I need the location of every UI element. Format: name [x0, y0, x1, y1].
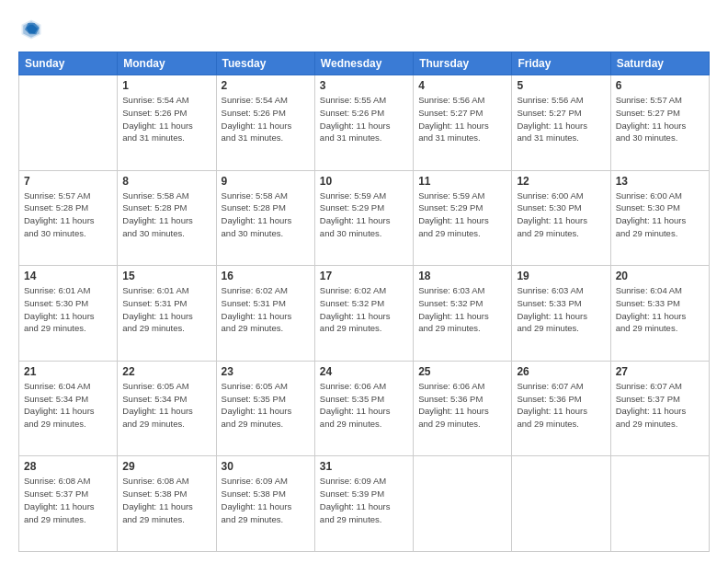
day-number: 20 [616, 270, 704, 282]
calendar-cell: 24Sunrise: 6:06 AM Sunset: 5:35 PM Dayli… [314, 361, 413, 456]
calendar-cell: 17Sunrise: 6:02 AM Sunset: 5:32 PM Dayli… [314, 266, 413, 362]
header [18, 17, 710, 42]
day-info: Sunrise: 5:54 AM Sunset: 5:26 PM Dayligh… [222, 94, 310, 144]
calendar-cell: 29Sunrise: 6:08 AM Sunset: 5:38 PM Dayli… [118, 456, 216, 552]
calendar-table: SundayMondayTuesdayWednesdayThursdayFrid… [18, 52, 710, 552]
calendar-cell: 4Sunrise: 5:56 AM Sunset: 5:27 PM Daylig… [414, 75, 512, 171]
calendar-cell: 7Sunrise: 5:57 AM Sunset: 5:28 PM Daylig… [19, 170, 118, 266]
day-number: 14 [24, 270, 112, 282]
calendar-cell: 1Sunrise: 5:54 AM Sunset: 5:26 PM Daylig… [118, 75, 216, 171]
calendar-cell [414, 456, 512, 552]
day-info: Sunrise: 6:03 AM Sunset: 5:32 PM Dayligh… [418, 284, 506, 335]
day-info: Sunrise: 5:59 AM Sunset: 5:29 PM Dayligh… [320, 190, 408, 240]
day-number: 11 [418, 175, 506, 188]
weekday-header-thursday: Thursday [414, 52, 512, 75]
calendar-cell: 8Sunrise: 5:58 AM Sunset: 5:28 PM Daylig… [118, 170, 216, 266]
day-info: Sunrise: 6:05 AM Sunset: 5:34 PM Dayligh… [122, 380, 210, 431]
day-info: Sunrise: 6:04 AM Sunset: 5:34 PM Dayligh… [24, 380, 112, 431]
day-number: 23 [222, 365, 310, 378]
day-number: 17 [320, 270, 408, 282]
day-number: 24 [320, 365, 408, 378]
calendar-cell: 16Sunrise: 6:02 AM Sunset: 5:31 PM Dayli… [216, 266, 314, 362]
weekday-header-wednesday: Wednesday [314, 52, 413, 75]
day-number: 18 [418, 270, 506, 282]
day-number: 9 [222, 175, 310, 188]
day-number: 8 [122, 175, 210, 188]
calendar-cell [19, 75, 118, 171]
day-number: 10 [320, 175, 408, 188]
calendar-cell: 19Sunrise: 6:03 AM Sunset: 5:33 PM Dayli… [512, 266, 610, 362]
day-info: Sunrise: 6:01 AM Sunset: 5:30 PM Dayligh… [24, 284, 112, 335]
day-number: 12 [517, 175, 605, 188]
day-info: Sunrise: 6:05 AM Sunset: 5:35 PM Dayligh… [222, 380, 310, 431]
day-info: Sunrise: 6:03 AM Sunset: 5:33 PM Dayligh… [517, 284, 605, 335]
logo [18, 17, 48, 42]
day-info: Sunrise: 6:07 AM Sunset: 5:36 PM Dayligh… [517, 380, 605, 431]
day-info: Sunrise: 6:02 AM Sunset: 5:32 PM Dayligh… [320, 284, 408, 335]
calendar-week-row: 28Sunrise: 6:08 AM Sunset: 5:37 PM Dayli… [19, 456, 710, 552]
calendar-cell: 30Sunrise: 6:09 AM Sunset: 5:38 PM Dayli… [216, 456, 314, 552]
calendar-cell: 12Sunrise: 6:00 AM Sunset: 5:30 PM Dayli… [512, 170, 610, 266]
day-info: Sunrise: 6:04 AM Sunset: 5:33 PM Dayligh… [616, 284, 704, 335]
calendar-cell: 9Sunrise: 5:58 AM Sunset: 5:28 PM Daylig… [216, 170, 314, 266]
day-number: 4 [418, 79, 506, 92]
day-info: Sunrise: 6:00 AM Sunset: 5:30 PM Dayligh… [517, 190, 605, 240]
day-number: 13 [616, 175, 704, 188]
calendar-cell: 28Sunrise: 6:08 AM Sunset: 5:37 PM Dayli… [19, 456, 118, 552]
calendar-cell: 2Sunrise: 5:54 AM Sunset: 5:26 PM Daylig… [216, 75, 314, 171]
calendar-cell: 11Sunrise: 5:59 AM Sunset: 5:29 PM Dayli… [414, 170, 512, 266]
calendar-cell: 23Sunrise: 6:05 AM Sunset: 5:35 PM Dayli… [216, 361, 314, 456]
day-number: 2 [222, 79, 310, 92]
weekday-header-saturday: Saturday [610, 52, 709, 75]
day-info: Sunrise: 6:09 AM Sunset: 5:39 PM Dayligh… [320, 475, 408, 525]
calendar-cell: 15Sunrise: 6:01 AM Sunset: 5:31 PM Dayli… [118, 266, 216, 362]
weekday-header-tuesday: Tuesday [216, 52, 314, 75]
day-info: Sunrise: 6:01 AM Sunset: 5:31 PM Dayligh… [122, 284, 210, 335]
day-info: Sunrise: 5:57 AM Sunset: 5:27 PM Dayligh… [616, 94, 704, 144]
day-number: 26 [517, 365, 605, 378]
weekday-header-friday: Friday [512, 52, 610, 75]
day-number: 16 [222, 270, 310, 282]
weekday-header-sunday: Sunday [19, 52, 118, 75]
day-info: Sunrise: 6:00 AM Sunset: 5:30 PM Dayligh… [616, 190, 704, 240]
day-number: 30 [222, 460, 310, 473]
calendar-cell: 10Sunrise: 5:59 AM Sunset: 5:29 PM Dayli… [314, 170, 413, 266]
calendar-cell: 3Sunrise: 5:55 AM Sunset: 5:26 PM Daylig… [314, 75, 413, 171]
day-info: Sunrise: 6:06 AM Sunset: 5:35 PM Dayligh… [320, 380, 408, 431]
day-info: Sunrise: 5:55 AM Sunset: 5:26 PM Dayligh… [320, 94, 408, 144]
day-info: Sunrise: 5:54 AM Sunset: 5:26 PM Dayligh… [122, 94, 210, 144]
day-number: 27 [616, 365, 704, 378]
calendar-cell: 13Sunrise: 6:00 AM Sunset: 5:30 PM Dayli… [610, 170, 709, 266]
day-number: 6 [616, 79, 704, 92]
weekday-header-row: SundayMondayTuesdayWednesdayThursdayFrid… [19, 52, 710, 75]
day-info: Sunrise: 5:58 AM Sunset: 5:28 PM Dayligh… [222, 190, 310, 240]
day-number: 19 [517, 270, 605, 282]
day-info: Sunrise: 5:57 AM Sunset: 5:28 PM Dayligh… [24, 190, 112, 240]
day-info: Sunrise: 5:58 AM Sunset: 5:28 PM Dayligh… [122, 190, 210, 240]
day-number: 3 [320, 79, 408, 92]
day-number: 22 [122, 365, 210, 378]
day-number: 1 [122, 79, 210, 92]
day-info: Sunrise: 6:02 AM Sunset: 5:31 PM Dayligh… [222, 284, 310, 335]
day-number: 15 [122, 270, 210, 282]
calendar-cell [512, 456, 610, 552]
day-number: 25 [418, 365, 506, 378]
day-info: Sunrise: 6:08 AM Sunset: 5:37 PM Dayligh… [24, 475, 112, 525]
day-number: 28 [24, 460, 112, 473]
calendar-cell: 21Sunrise: 6:04 AM Sunset: 5:34 PM Dayli… [19, 361, 118, 456]
calendar-cell: 14Sunrise: 6:01 AM Sunset: 5:30 PM Dayli… [19, 266, 118, 362]
day-info: Sunrise: 5:56 AM Sunset: 5:27 PM Dayligh… [418, 94, 506, 144]
day-number: 21 [24, 365, 112, 378]
weekday-header-monday: Monday [118, 52, 216, 75]
logo-icon [18, 17, 44, 42]
day-number: 31 [320, 460, 408, 473]
calendar-week-row: 1Sunrise: 5:54 AM Sunset: 5:26 PM Daylig… [19, 75, 710, 171]
calendar-cell [610, 456, 709, 552]
day-info: Sunrise: 6:06 AM Sunset: 5:36 PM Dayligh… [418, 380, 506, 431]
calendar-cell: 5Sunrise: 5:56 AM Sunset: 5:27 PM Daylig… [512, 75, 610, 171]
day-info: Sunrise: 6:08 AM Sunset: 5:38 PM Dayligh… [122, 475, 210, 525]
calendar-week-row: 21Sunrise: 6:04 AM Sunset: 5:34 PM Dayli… [19, 361, 710, 456]
calendar-cell: 25Sunrise: 6:06 AM Sunset: 5:36 PM Dayli… [414, 361, 512, 456]
day-number: 29 [122, 460, 210, 473]
day-info: Sunrise: 5:56 AM Sunset: 5:27 PM Dayligh… [517, 94, 605, 144]
